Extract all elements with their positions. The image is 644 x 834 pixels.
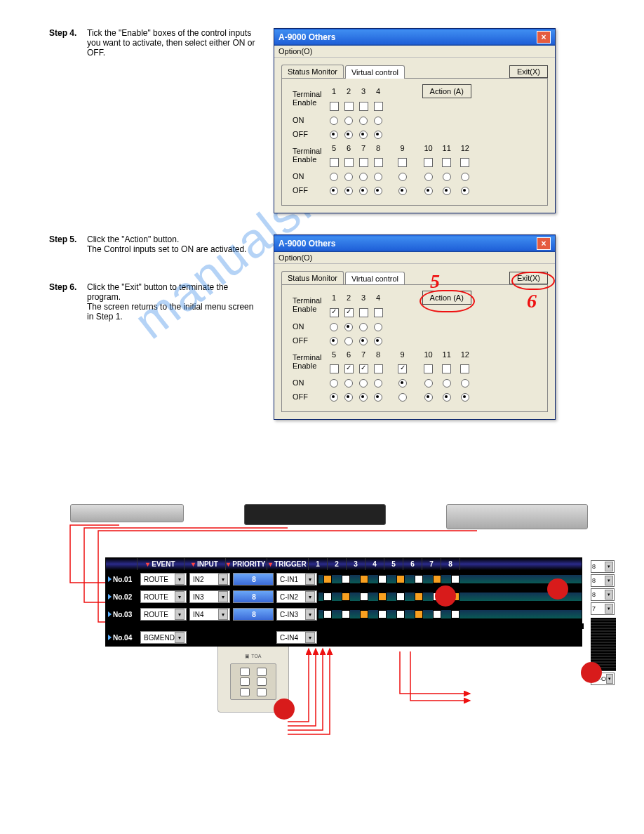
off-radio[interactable]	[398, 393, 407, 402]
enable-checkbox[interactable]	[359, 364, 368, 373]
enable-checkbox[interactable]	[330, 308, 339, 317]
on-radio[interactable]	[359, 117, 368, 125]
event-select[interactable]: ROUTE▾	[140, 573, 187, 585]
priority-value[interactable]: 8	[233, 573, 274, 585]
enable-checkbox[interactable]	[442, 158, 451, 167]
tab-status-monitor[interactable]: Status Monitor	[281, 271, 344, 284]
ch-toggle[interactable]	[323, 610, 332, 618]
on-radio[interactable]	[330, 379, 338, 388]
enable-checkbox[interactable]	[344, 308, 354, 317]
on-radio[interactable]	[344, 323, 353, 331]
enable-checkbox[interactable]	[460, 158, 469, 167]
off-radio[interactable]	[443, 393, 451, 402]
ch-toggle[interactable]	[342, 610, 350, 618]
off-radio[interactable]	[344, 131, 353, 139]
on-radio[interactable]	[461, 173, 469, 181]
off-radio[interactable]	[344, 393, 353, 402]
enable-checkbox[interactable]	[374, 102, 383, 111]
event-select[interactable]: BGMEND▾	[140, 631, 187, 644]
on-radio[interactable]	[374, 173, 382, 181]
priority-value[interactable]: 8	[233, 590, 274, 603]
off-radio[interactable]	[398, 187, 407, 195]
enable-checkbox[interactable]	[442, 364, 451, 373]
ch-toggle[interactable]	[451, 575, 459, 583]
ch-toggle[interactable]	[323, 575, 332, 583]
off-radio[interactable]	[461, 187, 469, 195]
on-radio[interactable]	[344, 117, 353, 125]
trigger-select[interactable]: C-IN1▾	[276, 573, 317, 585]
pad-button[interactable]	[240, 668, 250, 676]
input-select[interactable]: IN2▾	[189, 573, 230, 585]
enable-checkbox[interactable]	[460, 364, 469, 373]
ch-toggle[interactable]	[360, 610, 368, 618]
off-radio[interactable]	[359, 337, 368, 345]
pad-button[interactable]	[240, 677, 250, 686]
off-radio[interactable]	[344, 337, 353, 345]
dialog2-menu[interactable]: Option(O)	[274, 252, 555, 264]
off-radio[interactable]	[330, 131, 338, 139]
off-radio[interactable]	[359, 393, 368, 402]
on-radio[interactable]	[443, 379, 451, 388]
off-radio[interactable]	[374, 131, 382, 139]
on-radio[interactable]	[330, 117, 338, 125]
on-radio[interactable]	[374, 379, 382, 388]
enable-checkbox[interactable]	[424, 364, 433, 373]
on-radio[interactable]	[330, 323, 338, 331]
off-radio[interactable]	[330, 393, 338, 402]
on-radio[interactable]	[424, 379, 433, 388]
enable-checkbox[interactable]	[359, 158, 368, 167]
off-radio[interactable]	[344, 187, 353, 195]
side-select[interactable]: 7▾	[591, 602, 615, 615]
enable-checkbox[interactable]	[330, 364, 339, 373]
enable-checkbox[interactable]	[330, 158, 339, 167]
side-select[interactable]: 8▾	[591, 588, 615, 601]
close-icon[interactable]: ×	[537, 31, 551, 44]
ch-toggle[interactable]	[378, 610, 387, 618]
ch-toggle[interactable]	[396, 610, 405, 618]
side-select[interactable]: 8▾	[591, 574, 615, 587]
enable-checkbox[interactable]	[374, 364, 383, 373]
on-radio[interactable]	[344, 173, 353, 181]
off-radio[interactable]	[443, 187, 451, 195]
enable-checkbox[interactable]	[398, 364, 407, 373]
on-radio[interactable]	[424, 173, 433, 181]
trigger-select[interactable]: C-IN2▾	[276, 590, 317, 603]
exit-button[interactable]: Exit(X)	[509, 65, 548, 78]
pad-button[interactable]	[240, 688, 250, 696]
event-select[interactable]: ROUTE▾	[140, 608, 187, 621]
ch-toggle[interactable]	[415, 610, 423, 618]
ch-toggle[interactable]	[360, 575, 368, 583]
off-radio[interactable]	[461, 393, 469, 402]
tab-virtual-control[interactable]: Virtual control	[345, 272, 405, 285]
ch-toggle[interactable]	[415, 575, 423, 583]
action-button[interactable]: Action (A)	[422, 84, 471, 98]
ch-toggle[interactable]	[451, 610, 459, 618]
tab-virtual-control[interactable]: Virtual control	[345, 65, 405, 79]
on-radio[interactable]	[374, 117, 382, 125]
ch-toggle[interactable]	[342, 575, 350, 583]
off-radio[interactable]	[374, 187, 382, 195]
on-radio[interactable]	[359, 323, 368, 331]
on-radio[interactable]	[330, 173, 338, 181]
side-select[interactable]: 8▾	[591, 560, 615, 573]
priority-value[interactable]: 8	[233, 608, 274, 621]
ch-toggle[interactable]	[378, 575, 387, 583]
enable-checkbox[interactable]	[398, 158, 407, 167]
close-icon[interactable]: ×	[537, 237, 551, 250]
input-select[interactable]: IN3▾	[189, 590, 230, 603]
off-radio[interactable]	[424, 187, 433, 195]
on-radio[interactable]	[359, 379, 368, 388]
on-radio[interactable]	[443, 173, 451, 181]
on-radio[interactable]	[461, 379, 469, 388]
dialog1-menu[interactable]: Option(O)	[274, 46, 555, 58]
ch-toggle[interactable]	[323, 593, 332, 601]
trigger-select[interactable]: C-IN3▾	[276, 608, 317, 621]
off-radio[interactable]	[374, 337, 382, 345]
event-select[interactable]: ROUTE▾	[140, 590, 187, 603]
ch-toggle[interactable]	[396, 593, 405, 601]
enable-checkbox[interactable]	[374, 158, 383, 167]
enable-checkbox[interactable]	[344, 364, 354, 373]
off-radio[interactable]	[330, 187, 338, 195]
on-radio[interactable]	[374, 323, 382, 331]
ch-toggle[interactable]	[378, 593, 387, 601]
